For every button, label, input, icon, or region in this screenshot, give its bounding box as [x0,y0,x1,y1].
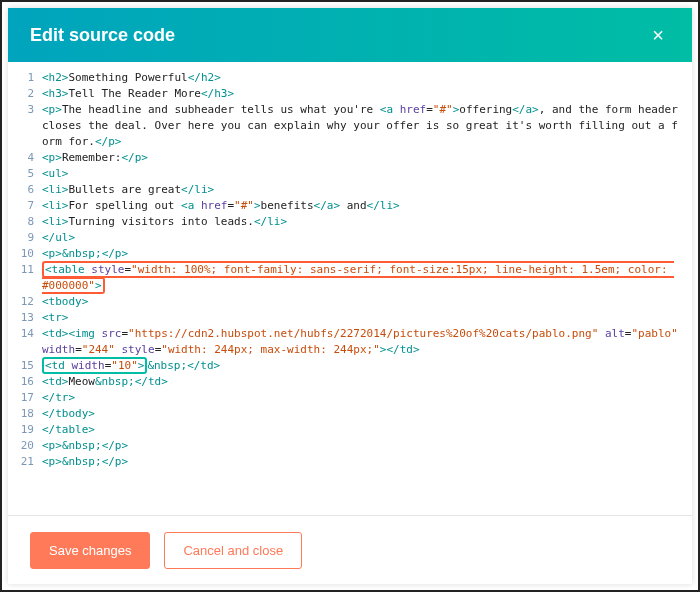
code-line: 12 <tbody> [8,294,692,310]
code-content: <ul> [42,166,680,182]
code-content: <li>Bullets are great</li> [42,182,680,198]
code-content: <p>&nbsp;</p> [42,454,680,470]
line-number: 16 [8,374,42,390]
code-line: 19 </table> [8,422,692,438]
code-line: 6 <li>Bullets are great</li> [8,182,692,198]
code-line: 2 <h3>Tell The Reader More</h3> [8,86,692,102]
code-line: 4 <p>Remember:</p> [8,150,692,166]
code-line: 11 <table style="width: 100%; font-famil… [8,262,692,294]
code-content: <table style="width: 100%; font-family: … [42,262,680,294]
line-number: 12 [8,294,42,310]
line-number: 9 [8,230,42,246]
code-line: 17 </tr> [8,390,692,406]
line-number: 17 [8,390,42,406]
highlight-td-width: <td width="10"> [42,357,147,374]
code-content: <h3>Tell The Reader More</h3> [42,86,680,102]
code-content: <td width="10">&nbsp;</td> [42,358,680,374]
code-content: <p>&nbsp;</p> [42,246,680,262]
code-content: <td>Meow&nbsp;</td> [42,374,680,390]
window-frame: Edit source code × 1 <h2>Something Power… [0,0,700,592]
line-number: 3 [8,102,42,150]
code-content: </tbody> [42,406,680,422]
modal-title: Edit source code [30,25,175,46]
code-line: 21 <p>&nbsp;</p> [8,454,692,470]
modal: Edit source code × 1 <h2>Something Power… [8,8,692,584]
code-line: 16 <td>Meow&nbsp;</td> [8,374,692,390]
code-line: 3 <p>The headline and subheader tells us… [8,102,692,150]
code-content: <tr> [42,310,680,326]
code-content: </tr> [42,390,680,406]
line-number: 4 [8,150,42,166]
code-line: 15 <td width="10">&nbsp;</td> [8,358,692,374]
code-content: </ul> [42,230,680,246]
code-line: 20 <p>&nbsp;</p> [8,438,692,454]
code-editor[interactable]: 1 <h2>Something Powerful</h2> 2 <h3>Tell… [8,62,692,515]
code-content: <p>Remember:</p> [42,150,680,166]
code-line: 13 <tr> [8,310,692,326]
code-line: 10 <p>&nbsp;</p> [8,246,692,262]
code-line: 14 <td><img src="https://cdn2.hubspot.ne… [8,326,692,358]
line-number: 14 [8,326,42,358]
line-number: 8 [8,214,42,230]
line-number: 13 [8,310,42,326]
line-number: 19 [8,422,42,438]
line-number: 11 [8,262,42,294]
line-number: 6 [8,182,42,198]
line-number: 1 [8,70,42,86]
modal-header: Edit source code × [8,8,692,62]
code-line: 9 </ul> [8,230,692,246]
cancel-button[interactable]: Cancel and close [164,532,302,569]
code-content: <p>The headline and subheader tells us w… [42,102,680,150]
line-number: 20 [8,438,42,454]
line-number: 2 [8,86,42,102]
code-content: <td><img src="https://cdn2.hubspot.net/h… [42,326,680,358]
highlight-table-style: <table style="width: 100%; font-family: … [42,261,674,294]
code-content: <tbody> [42,294,680,310]
code-content: <p>&nbsp;</p> [42,438,680,454]
code-line: 18 </tbody> [8,406,692,422]
code-line: 5 <ul> [8,166,692,182]
line-number: 21 [8,454,42,470]
code-content: </table> [42,422,680,438]
line-number: 15 [8,358,42,374]
line-number: 5 [8,166,42,182]
line-number: 10 [8,246,42,262]
code-line: 8 <li>Turning visitors into leads.</li> [8,214,692,230]
save-button[interactable]: Save changes [30,532,150,569]
code-line: 7 <li>For spelling out <a href="#">benef… [8,198,692,214]
code-content: <li>Turning visitors into leads.</li> [42,214,680,230]
code-line: 1 <h2>Something Powerful</h2> [8,70,692,86]
line-number: 18 [8,406,42,422]
line-number: 7 [8,198,42,214]
modal-footer: Save changes Cancel and close [8,515,692,584]
code-content: <h2>Something Powerful</h2> [42,70,680,86]
code-content: <li>For spelling out <a href="#">benefit… [42,198,680,214]
close-icon[interactable]: × [646,19,670,51]
